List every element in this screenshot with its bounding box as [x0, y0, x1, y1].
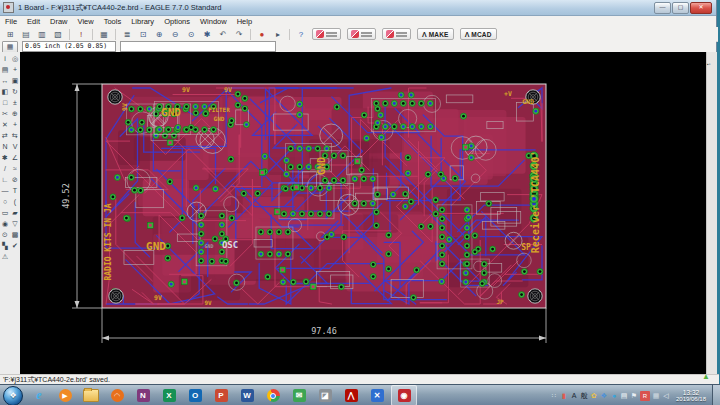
tray-flag-icon[interactable]: ⚑ — [630, 391, 638, 401]
toolbar-cam-export-icon[interactable]: ▧ — [51, 27, 65, 41]
tool-info-button[interactable]: i — [0, 53, 10, 64]
toolbar-redo-icon[interactable]: ↷ — [232, 27, 246, 41]
taskbar-app-word[interactable]: W — [235, 386, 259, 405]
menu-item-view[interactable]: View — [73, 17, 99, 26]
tool-polygon-button[interactable]: ▰ — [10, 207, 20, 218]
tool-value-button[interactable]: V — [10, 141, 20, 152]
toolbar-help-icon[interactable]: ? — [294, 27, 308, 41]
pcb-drawing[interactable]: GND9V9VFILTERGND9VGNDGND+VReceiver 'TCA4… — [20, 52, 706, 374]
menu-item-help[interactable]: Help — [232, 17, 257, 26]
tool-mirror-button[interactable]: ◧ — [0, 86, 10, 97]
tool-copy-button[interactable]: ▣ — [10, 75, 20, 86]
taskbar-app-snipping-tool[interactable]: ✕ — [365, 386, 389, 405]
tray-grip-icon[interactable]: ∷ — [550, 391, 558, 401]
toolbar-stop-icon[interactable]: ● — [255, 27, 269, 41]
toolbar-zoom-out-icon[interactable]: ⊖ — [168, 27, 182, 41]
toolbar-save-icon[interactable]: ▤ — [19, 27, 33, 41]
taskbar-app-chrome[interactable] — [261, 386, 285, 405]
tool-drc-button[interactable]: ✔ — [10, 240, 20, 251]
taskbar-app-mail[interactable]: ✉ — [287, 386, 311, 405]
tool-auto-button[interactable]: ▚ — [0, 240, 10, 251]
tool-via-button[interactable]: ◉ — [0, 218, 10, 229]
fab-service-button-3[interactable] — [382, 28, 411, 40]
tool-rotate-button[interactable]: ↻ — [10, 86, 20, 97]
fab-service-button-2[interactable] — [347, 28, 376, 40]
tool-name-button[interactable]: N — [0, 141, 10, 152]
start-button[interactable]: ❖ — [3, 386, 23, 405]
taskbar-app-file-explorer[interactable] — [79, 386, 103, 405]
tool-mark-button[interactable]: + — [10, 64, 20, 75]
tool-replace-button[interactable]: ⇆ — [10, 130, 20, 141]
dock-button-bottom[interactable]: ▫ — [709, 61, 711, 67]
tool-miter-button[interactable]: ∠ — [10, 152, 20, 163]
tool-move-button[interactable]: ↔ — [0, 75, 10, 86]
tray-display-icon[interactable]: ▤ — [620, 391, 628, 401]
tool-paste-button[interactable]: ⊕ — [10, 108, 20, 119]
toolbar-script-icon[interactable]: ! — [74, 27, 88, 41]
tray-volume-icon[interactable]: ◁ — [662, 391, 670, 401]
tray-app-red-icon[interactable]: ▮ — [560, 391, 568, 401]
taskbar-app-powerpoint[interactable]: P — [209, 386, 233, 405]
tray-app-globe-icon[interactable]: ● — [610, 391, 618, 401]
menu-item-window[interactable]: Window — [195, 17, 232, 26]
tool-add-button[interactable]: + — [10, 119, 20, 130]
taskbar-app-internet-explorer[interactable]: e — [27, 386, 51, 405]
toolbar-print-icon[interactable]: ▥ — [35, 27, 49, 41]
toolbar-go-icon[interactable]: ▸ — [271, 27, 285, 41]
fab-service-button-1[interactable] — [312, 28, 341, 40]
toolbar-undo-icon[interactable]: ↶ — [216, 27, 230, 41]
toolbar-zoom-select-icon[interactable]: ⊙ — [184, 27, 198, 41]
menu-item-edit[interactable]: Edit — [22, 17, 45, 26]
titlebar[interactable]: 1 Board - F:¥j311式¥TCA440-2e.brd - EAGLE… — [0, 0, 716, 16]
tool-ratsnest-button[interactable]: ▩ — [10, 229, 20, 240]
command-input[interactable] — [120, 41, 276, 52]
taskbar-app-firefox[interactable]: ◠ — [105, 386, 129, 405]
tool-route-button[interactable]: ∟ — [0, 174, 10, 185]
tray-updates-icon[interactable]: ▦ — [652, 391, 660, 401]
taskbar-app-acrobat[interactable]: ⋀ — [339, 386, 363, 405]
tray-app-blue-icon[interactable]: ❖ — [600, 391, 608, 401]
taskbar-app-excel[interactable]: X — [157, 386, 181, 405]
tool-rect-button[interactable]: ▭ — [0, 207, 10, 218]
ime-mode-icon[interactable]: 般 — [580, 391, 588, 401]
tray-app-r-icon[interactable]: R — [640, 391, 650, 401]
ime-alpha-icon[interactable]: A — [570, 391, 578, 401]
show-desktop-button[interactable] — [712, 385, 720, 405]
tool-display-button[interactable]: ▤ — [0, 64, 10, 75]
toolbar-grid-icon[interactable]: ▦ — [97, 27, 111, 41]
grid-settings-button[interactable]: ▦ — [2, 41, 18, 53]
tool-hole-button[interactable]: ⊙ — [0, 229, 10, 240]
tool-errors-button[interactable]: ⚠ — [0, 251, 10, 262]
toolbar-layer-settings-icon[interactable]: ≣ — [120, 27, 134, 41]
tool-smash-button[interactable]: ✱ — [0, 152, 10, 163]
taskbar-clock[interactable]: 13:32 2019/06/18 — [672, 389, 710, 403]
tool-arc-button[interactable]: ( — [10, 196, 20, 207]
tool-split-button[interactable]: / — [0, 163, 10, 174]
menu-item-tools[interactable]: Tools — [99, 17, 127, 26]
close-button[interactable]: ✕ — [690, 2, 712, 14]
autodesk-mcad-button[interactable]: Λ MCAD — [460, 28, 497, 40]
menu-item-options[interactable]: Options — [159, 17, 195, 26]
toolbar-zoom-fit-icon[interactable]: ⊡ — [136, 27, 150, 41]
tool-optimize-button[interactable]: ≈ — [10, 163, 20, 174]
taskbar-app-eagle[interactable]: ◉ — [391, 385, 417, 405]
taskbar-app-image-viewer[interactable]: ◪ — [313, 386, 337, 405]
autodesk-make-button[interactable]: Λ MAKE — [417, 28, 454, 40]
taskbar-app-media-player[interactable]: ▶ — [53, 386, 77, 405]
menu-item-file[interactable]: File — [0, 17, 22, 26]
tool-text-button[interactable]: T — [10, 185, 20, 196]
minimize-button[interactable]: — — [654, 2, 671, 14]
tool-pinswap-button[interactable]: ⇄ — [0, 130, 10, 141]
tray-app-yellow-icon[interactable]: ✿ — [590, 391, 598, 401]
tool-group-button[interactable]: □ — [0, 97, 10, 108]
tool-show-button[interactable]: ◎ — [10, 53, 20, 64]
tool-circle-button[interactable]: ○ — [0, 196, 10, 207]
taskbar-app-onenote[interactable]: N — [131, 386, 155, 405]
tool-delete-button[interactable]: ✕ — [0, 119, 10, 130]
tool-change-button[interactable]: ± — [10, 97, 20, 108]
toolbar-zoom-in-icon[interactable]: ⊕ — [152, 27, 166, 41]
tool-cut-button[interactable]: ✂ — [0, 108, 10, 119]
tool-ripup-button[interactable]: ⊘ — [10, 174, 20, 185]
toolbar-zoom-redraw-icon[interactable]: ✱ — [200, 27, 214, 41]
toolbar-open-board-icon[interactable]: ⊞ — [3, 27, 17, 41]
